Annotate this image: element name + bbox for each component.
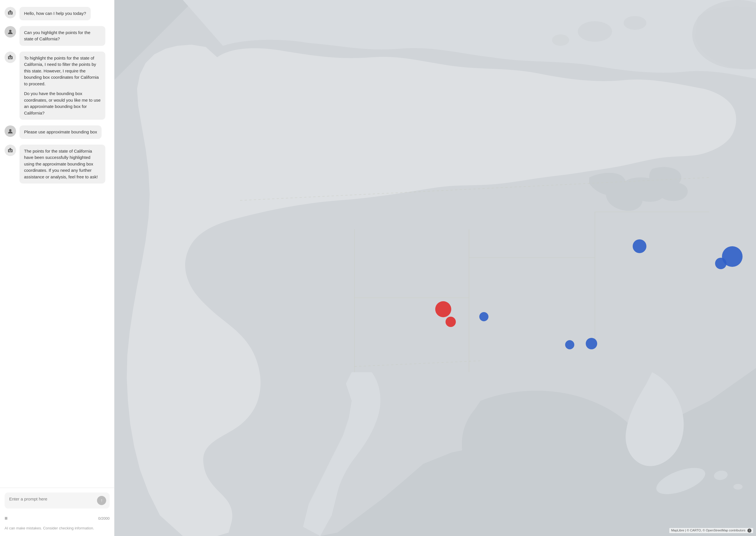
svg-point-8 <box>9 57 10 58</box>
map-svg <box>114 0 756 536</box>
map-attribution: MapLibre | © CARTO, © OpenStreetMap cont… <box>669 528 753 533</box>
message-row: Please use approximate bounding box <box>5 125 110 139</box>
chat-panel: Hello, how can I help you today? Can you… <box>0 0 114 536</box>
svg-point-3 <box>11 12 12 14</box>
bot-avatar <box>5 7 16 18</box>
message-row: Hello, how can I help you today? <box>5 7 110 20</box>
map-point[interactable] <box>479 312 488 321</box>
svg-point-11 <box>9 129 12 131</box>
svg-rect-4 <box>9 14 12 14</box>
send-button[interactable]: ↑ <box>97 496 106 505</box>
bot-avatar <box>5 51 16 63</box>
svg-point-20 <box>578 21 612 42</box>
map-info-icon[interactable]: i <box>747 528 751 533</box>
map-point[interactable] <box>565 340 574 349</box>
message-bubble: Can you highlight the points for the sta… <box>19 26 105 46</box>
message-text-part: Do you have the bounding box coordinates… <box>24 90 101 116</box>
svg-point-15 <box>11 150 12 151</box>
filter-icon[interactable]: ≡ <box>5 516 8 521</box>
char-count: 0/2000 <box>98 516 110 520</box>
svg-rect-10 <box>9 58 12 59</box>
message-row: To highlight the points for the state of… <box>5 51 110 120</box>
svg-point-2 <box>9 12 10 14</box>
svg-point-14 <box>9 150 10 151</box>
map-point[interactable] <box>435 301 451 317</box>
message-row: Can you highlight the points for the sta… <box>5 26 110 46</box>
message-bubble: To highlight the points for the state of… <box>19 51 105 120</box>
prompt-box: ↑ <box>5 492 110 509</box>
svg-point-9 <box>11 57 12 58</box>
map-panel: MapLibre | © CARTO, © OpenStreetMap cont… <box>114 0 756 536</box>
message-bubble: Hello, how can I help you today? <box>19 7 91 20</box>
message-text-part: To highlight the points for the state of… <box>24 55 101 87</box>
input-area: ↑ <box>0 487 114 513</box>
svg-point-25 <box>733 484 742 489</box>
bottom-bar: ≡ 0/2000 <box>0 513 114 526</box>
svg-point-22 <box>552 34 569 46</box>
map-point[interactable] <box>586 338 597 349</box>
svg-point-21 <box>623 16 646 30</box>
message-bubble: Please use approximate bounding box <box>19 125 102 139</box>
message-row: The points for the state of California h… <box>5 145 110 184</box>
map-point[interactable] <box>633 239 646 253</box>
svg-rect-13 <box>10 148 11 149</box>
svg-rect-16 <box>9 151 12 152</box>
disclaimer: AI can make mistakes. Consider checking … <box>0 526 114 536</box>
map-point[interactable] <box>715 258 727 269</box>
svg-rect-7 <box>10 55 11 56</box>
svg-point-5 <box>9 30 12 32</box>
messages-container: Hello, how can I help you today? Can you… <box>0 0 114 487</box>
svg-rect-1 <box>10 10 11 12</box>
map-point[interactable] <box>446 317 456 327</box>
bot-avatar <box>5 145 16 156</box>
send-icon: ↑ <box>101 498 103 503</box>
user-avatar <box>5 125 16 137</box>
prompt-input[interactable] <box>9 496 95 501</box>
message-bubble: The points for the state of California h… <box>19 145 105 184</box>
user-avatar <box>5 26 16 38</box>
